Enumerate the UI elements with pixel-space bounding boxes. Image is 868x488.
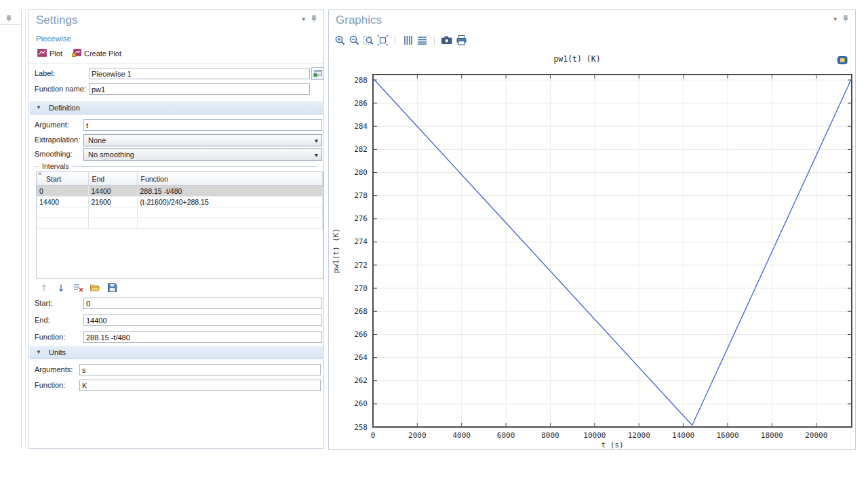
load-from-file-button[interactable]: [90, 283, 100, 293]
svg-text:268: 268: [354, 307, 368, 316]
zoom-extents-button[interactable]: [377, 35, 388, 46]
svg-text:276: 276: [354, 214, 368, 223]
horizontal-grid-icon: [416, 35, 428, 47]
interval-row[interactable]: 1440021600(t-21600)/240+288.15: [37, 197, 323, 207]
move-down-icon: [57, 283, 65, 293]
zoom-in-icon: [334, 35, 346, 47]
panel-resize-handle: [25, 9, 26, 447]
rename-label-button[interactable]: [311, 67, 324, 80]
plot-area[interactable]: 0200040006000800010000120001400016000180…: [329, 51, 855, 449]
intervals-header-row: Start End Function: [37, 172, 323, 186]
units-arguments-input[interactable]: [79, 364, 321, 375]
label-input[interactable]: [89, 68, 310, 79]
function-expression-input[interactable]: [83, 331, 322, 343]
vertical-grid-button[interactable]: [402, 35, 413, 46]
create-plot-button[interactable]: Create Plot: [72, 49, 121, 58]
extrapolation-selected-value: None: [88, 136, 106, 144]
definition-section-header[interactable]: Definition: [30, 101, 323, 115]
column-header-function[interactable]: Function: [137, 172, 323, 186]
intervals-group-label: Intervals: [35, 162, 317, 170]
zoom-out-icon: [349, 35, 360, 47]
create-plot-icon: [72, 49, 81, 58]
graphics-toolbar: [334, 35, 467, 47]
svg-text:274: 274: [354, 237, 368, 246]
svg-text:270: 270: [354, 284, 368, 293]
svg-text:20000: 20000: [805, 431, 827, 440]
save-to-file-button[interactable]: [106, 283, 117, 293]
svg-text:282: 282: [354, 145, 368, 154]
chevron-down-icon[interactable]: [833, 16, 837, 22]
definition-section-label: Definition: [49, 102, 80, 114]
function-plot: 0200040006000800010000120001400016000180…: [329, 51, 855, 449]
interval-row[interactable]: 014400288.15 -t/480: [37, 186, 323, 197]
plot-window-icon[interactable]: [837, 56, 848, 66]
units-function-input[interactable]: [79, 380, 321, 391]
move-up-button[interactable]: [39, 283, 50, 293]
settings-toolbar: Plot Create Plot: [37, 48, 121, 59]
argument-input[interactable]: [83, 119, 322, 131]
chevron-down-icon[interactable]: [302, 16, 305, 22]
move-up-icon: [40, 283, 48, 293]
function-name-input[interactable]: [89, 83, 310, 95]
svg-text:260: 260: [354, 399, 368, 408]
node-breadcrumb[interactable]: Piecewise: [36, 35, 71, 43]
svg-text:262: 262: [354, 376, 368, 385]
svg-text:12000: 12000: [628, 431, 650, 440]
svg-text:t (s): t (s): [601, 441, 623, 449]
units-section-header[interactable]: Units: [30, 346, 323, 359]
interval-row-empty[interactable]: [37, 218, 323, 229]
print-button[interactable]: [456, 35, 467, 46]
collapsed-panel-border: [0, 24, 21, 25]
units-section-label: Units: [49, 346, 66, 359]
svg-text:258: 258: [354, 423, 368, 432]
plot-button-label: Plot: [50, 49, 62, 58]
smoothing-label: Smoothing:: [35, 148, 73, 160]
pin-icon[interactable]: [5, 15, 13, 24]
smoothing-selected-value: No smoothing: [88, 150, 134, 159]
zoom-in-button[interactable]: [334, 35, 345, 46]
column-header-start[interactable]: Start: [37, 172, 88, 186]
svg-text:272: 272: [354, 261, 368, 270]
interval-row-empty[interactable]: [37, 207, 323, 218]
toolbar-divider: [29, 63, 323, 64]
svg-text:6000: 6000: [497, 431, 515, 440]
vertical-grid-icon: [402, 35, 414, 47]
svg-text:288: 288: [354, 76, 368, 85]
start-input[interactable]: [83, 298, 322, 309]
chevrons-icon: [38, 171, 41, 177]
intervals-table-toolbar: [39, 282, 117, 294]
panel-resize-handle[interactable]: [21, 9, 22, 447]
svg-text:8000: 8000: [541, 431, 559, 440]
plot-icon: [37, 49, 47, 58]
section-collapse-icon: [36, 102, 41, 114]
svg-text:0: 0: [371, 431, 376, 440]
end-input[interactable]: [83, 314, 322, 326]
smoothing-select[interactable]: No smoothing: [83, 148, 322, 161]
column-header-end[interactable]: End: [88, 172, 137, 186]
svg-text:2000: 2000: [408, 431, 427, 440]
extrapolation-select[interactable]: None: [83, 134, 322, 146]
settings-panel-title: Settings: [36, 14, 77, 27]
pin-icon[interactable]: [842, 15, 850, 24]
extrapolation-label: Extrapolation:: [35, 134, 80, 146]
svg-text:16000: 16000: [716, 431, 738, 440]
zoom-out-button[interactable]: [349, 35, 359, 46]
clear-table-icon: [73, 283, 83, 293]
toolbar-separator: [434, 36, 435, 45]
svg-text:pw1(t) (K): pw1(t) (K): [553, 54, 600, 64]
image-snapshot-button[interactable]: [441, 35, 452, 46]
clear-table-button[interactable]: [73, 283, 83, 293]
pin-icon[interactable]: [311, 15, 318, 24]
svg-text:284: 284: [354, 122, 368, 131]
move-down-button[interactable]: [56, 283, 66, 293]
toolbar-separator: [395, 36, 395, 45]
zoom-box-button[interactable]: [363, 35, 374, 46]
horizontal-grid-button[interactable]: [416, 35, 427, 46]
plot-button[interactable]: Plot: [37, 49, 62, 58]
svg-text:286: 286: [354, 99, 368, 108]
svg-text:pw1(t) (K): pw1(t) (K): [332, 228, 340, 273]
create-plot-button-label: Create Plot: [84, 49, 121, 58]
intervals-group-text: Intervals: [42, 162, 69, 170]
graphics-panel-title: Graphics: [336, 14, 382, 27]
function-field-label: Function:: [35, 331, 65, 343]
